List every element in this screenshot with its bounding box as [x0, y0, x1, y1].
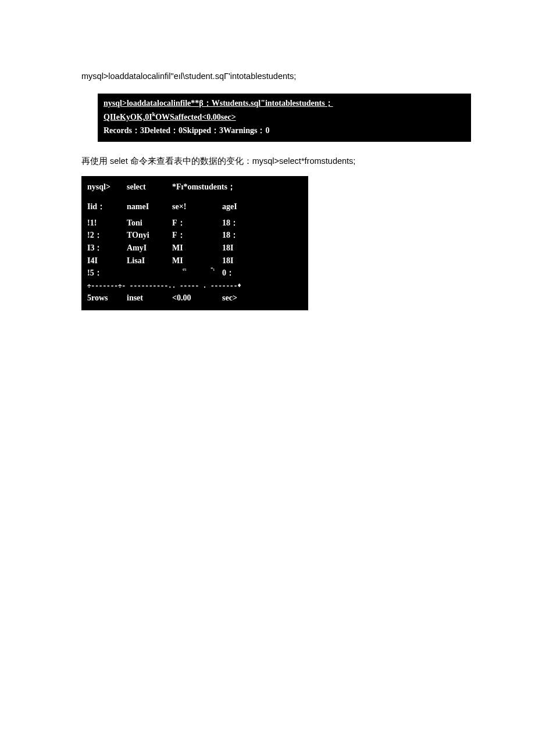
cell: !2：	[87, 229, 127, 242]
table-row: !2： TOnyi F： 18：	[87, 229, 302, 242]
cell: !1!	[87, 217, 127, 230]
cell: <0.00	[172, 292, 222, 304]
col-name: nameI	[127, 200, 172, 213]
cell: !5：	[87, 267, 127, 280]
cell: eı *ı	[172, 267, 222, 280]
table-row: I4I LisaI MI 18I	[87, 255, 302, 267]
terminal-line: nysql>loaddatalocalinfile**β：Wstudents.s…	[104, 97, 465, 124]
terminal-prompt-row: nysql> select *Fı*omstudents；	[87, 181, 302, 194]
cell: I3：	[87, 242, 127, 255]
terminal-output-block-2: nysql> select *Fı*omstudents； Iid： nameI…	[81, 176, 308, 310]
cell: AmyI	[127, 242, 172, 255]
description-line: 再使用 selet 命令来查看表中的数据的变化：mysql>select*fro…	[81, 155, 459, 168]
cell	[127, 267, 172, 280]
sql-keyword: select	[127, 181, 172, 194]
tiny-mark: eı	[183, 266, 187, 274]
table-row: !5： eı *ı 0：	[87, 267, 302, 280]
cell: MI	[172, 255, 222, 267]
cell: MI	[172, 242, 222, 255]
terminal-text: OWSaffected<0.00sec>	[155, 113, 236, 121]
cell: 5rows	[87, 292, 127, 304]
description-text: 再使用 selet 命令来查看表中的数据的变化：	[81, 156, 252, 166]
cell: 0：	[222, 267, 269, 280]
separator-line: ÷-------÷- ----------.. ----- . -------♦	[87, 281, 302, 291]
table-footer-row: 5rows inset <0.00 sec>	[87, 292, 302, 304]
cell: F：	[172, 217, 222, 230]
cell: 18：	[222, 229, 269, 242]
tiny-mark: *ı	[211, 266, 215, 274]
cell: 18I	[222, 255, 269, 267]
prompt: nysql>	[87, 181, 127, 194]
col-age: ageI	[222, 200, 269, 213]
col-id: Iid：	[87, 200, 127, 213]
inline-command: mysql>select*fromstudents;	[252, 156, 356, 166]
document-page: mysql>loaddatalocalinfil"eıl\student.sqΓ…	[0, 0, 535, 345]
terminal-output-block-1: nysql>loaddatalocalinfile**β：Wstudents.s…	[98, 94, 471, 142]
cell: 18I	[222, 242, 269, 255]
sql-query: *Fı*omstudents；	[172, 181, 236, 194]
cell: LisaI	[127, 255, 172, 267]
col-sex: se×!	[172, 200, 222, 213]
cell: 18：	[222, 217, 269, 230]
terminal-line: Records：3Deleted：0Skipped：3Warnings：0	[104, 124, 465, 137]
table-row: !1! Toni F： 18：	[87, 217, 302, 230]
cell: I4I	[87, 255, 127, 267]
cell: sec>	[222, 292, 269, 304]
table-row: I3： AmyI MI 18I	[87, 242, 302, 255]
cell: Toni	[127, 217, 172, 230]
cell: F：	[172, 229, 222, 242]
cell: inset	[127, 292, 172, 304]
cell: TOnyi	[127, 229, 172, 242]
table-header-row: Iid： nameI se×! ageI	[87, 200, 302, 213]
command-line-1: mysql>loaddatalocalinfil"eıl\student.sqΓ…	[81, 70, 459, 83]
